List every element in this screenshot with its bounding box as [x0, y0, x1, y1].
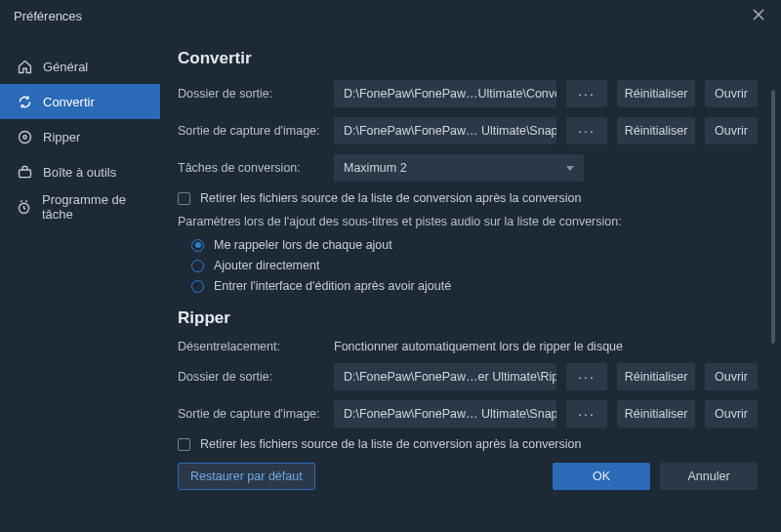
select-value: Maximum 2: [344, 161, 407, 175]
row-convert-output: Dossier de sortie: D:\FonePaw\FonePaw…Ul…: [178, 80, 758, 107]
browse-convert-output[interactable]: ···: [566, 80, 607, 107]
checkbox-remove-source-ripper[interactable]: [178, 438, 190, 451]
open-ripper-output[interactable]: Ouvrir: [705, 363, 758, 390]
sidebar-item-ripper[interactable]: Ripper: [0, 119, 160, 154]
radio-remind[interactable]: Me rappeler lors de chaque ajout: [191, 238, 758, 252]
sidebar-item-label: Programme de tâche: [42, 192, 144, 222]
open-ripper-snapshot[interactable]: Ouvrir: [705, 400, 758, 428]
sidebar: Général Convertir Ripper Boîte à outils: [0, 31, 160, 532]
sidebar-item-label: Ripper: [43, 130, 80, 144]
input-convert-snapshot[interactable]: D:\FonePaw\FonePaw… Ultimate\Snapshot: [334, 117, 556, 144]
close-button[interactable]: [750, 7, 767, 24]
body: Général Convertir Ripper Boîte à outils: [0, 31, 781, 532]
open-convert-snapshot[interactable]: Ouvrir: [705, 117, 758, 144]
chevron-down-icon: [566, 166, 574, 171]
label-ripper-output: Dossier de sortie:: [178, 370, 324, 384]
radio-add-direct[interactable]: Ajouter directement: [191, 259, 758, 272]
radio-enter-editor[interactable]: Entrer l'interface d'édition après avoir…: [191, 279, 758, 293]
label-convert-output: Dossier de sortie:: [178, 87, 324, 101]
row-ripper-snapshot: Sortie de capture d'image: D:\FonePaw\Fo…: [178, 400, 758, 428]
row-ripper-checkbox: Retirer les fichiers source de la liste …: [178, 437, 758, 451]
row-convert-tasks: Tâches de conversion: Maximum 2: [178, 154, 758, 182]
input-convert-output[interactable]: D:\FonePaw\FonePaw…Ultimate\Converted: [334, 80, 556, 107]
browse-ripper-snapshot[interactable]: ···: [566, 400, 607, 428]
content: Convertir Dossier de sortie: D:\FonePaw\…: [160, 31, 781, 532]
close-icon: [752, 8, 765, 24]
reset-ripper-output[interactable]: Réinitialiser: [617, 363, 695, 390]
label-convert-tasks: Tâches de conversion:: [178, 161, 324, 175]
ok-button[interactable]: OK: [553, 463, 650, 490]
checkbox-label: Retirer les fichiers source de la liste …: [200, 191, 581, 205]
radio-label: Ajouter directement: [214, 259, 319, 272]
section-ripper-heading: Ripper: [178, 308, 758, 328]
footer-buttons: Restaurer par défaut OK Annuler: [178, 463, 758, 504]
home-icon: [16, 58, 33, 75]
open-convert-output[interactable]: Ouvrir: [705, 80, 758, 107]
radio-icon-off: [191, 260, 204, 272]
sidebar-item-toolbox[interactable]: Boîte à outils: [0, 154, 160, 189]
sidebar-item-general[interactable]: Général: [0, 49, 160, 84]
toolbox-icon: [16, 163, 33, 181]
row-convert-checkbox: Retirer les fichiers source de la liste …: [178, 191, 758, 205]
sidebar-item-scheduler[interactable]: Programme de tâche: [0, 189, 160, 225]
cancel-button[interactable]: Annuler: [660, 463, 758, 490]
row-ripper-deinterlace: Désentrelacement: Fonctionner automatiqu…: [178, 340, 758, 353]
svg-point-0: [19, 131, 30, 143]
radio-label: Entrer l'interface d'édition après avoir…: [214, 279, 451, 293]
sidebar-item-label: Boîte à outils: [43, 165, 116, 180]
svg-point-1: [22, 135, 25, 138]
browse-ripper-output[interactable]: ···: [566, 363, 607, 390]
sidebar-item-label: Convertir: [43, 95, 95, 109]
reset-ripper-snapshot[interactable]: Réinitialiser: [617, 400, 695, 428]
row-ripper-output: Dossier de sortie: D:\FonePaw\FonePaw…er…: [178, 363, 758, 390]
content-wrap: Convertir Dossier de sortie: D:\FonePaw\…: [160, 31, 781, 532]
section-convert-heading: Convertir: [178, 49, 758, 68]
label-convert-snapshot: Sortie de capture d'image:: [178, 124, 324, 138]
label-ripper-deinterlace: Désentrelacement:: [178, 340, 324, 353]
row-convert-snapshot: Sortie de capture d'image: D:\FonePaw\Fo…: [178, 117, 758, 144]
svg-rect-2: [19, 169, 30, 177]
subtitle-params-label: Paramètres lors de l'ajout des sous-titr…: [178, 215, 758, 228]
value-ripper-deinterlace: Fonctionner automatiquement lors de ripp…: [334, 340, 758, 353]
window-title: Préférences: [14, 9, 82, 23]
label-ripper-snapshot: Sortie de capture d'image:: [178, 407, 324, 421]
clock-icon: [16, 198, 32, 216]
sidebar-item-convert[interactable]: Convertir: [0, 84, 160, 119]
preferences-window: Préférences Général Convertir: [0, 0, 781, 532]
refresh-icon: [16, 93, 33, 110]
scrollbar[interactable]: [771, 90, 775, 344]
browse-convert-snapshot[interactable]: ···: [566, 117, 607, 144]
titlebar: Préférences: [0, 0, 781, 31]
radio-icon-off: [191, 280, 204, 293]
restore-defaults-button[interactable]: Restaurer par défaut: [178, 463, 315, 490]
select-convert-tasks[interactable]: Maximum 2: [334, 154, 584, 182]
radio-label: Me rappeler lors de chaque ajout: [214, 238, 392, 252]
reset-convert-output[interactable]: Réinitialiser: [617, 80, 695, 107]
sidebar-item-label: Général: [43, 60, 88, 74]
checkbox-label: Retirer les fichiers source de la liste …: [200, 437, 581, 451]
radio-icon-on: [191, 239, 204, 252]
input-ripper-snapshot[interactable]: D:\FonePaw\FonePaw… Ultimate\Snapshot: [334, 400, 556, 428]
reset-convert-snapshot[interactable]: Réinitialiser: [617, 117, 695, 144]
disc-icon: [16, 128, 33, 145]
checkbox-remove-source-convert[interactable]: [178, 192, 190, 205]
input-ripper-output[interactable]: D:\FonePaw\FonePaw…er Ultimate\Ripper: [334, 363, 556, 390]
